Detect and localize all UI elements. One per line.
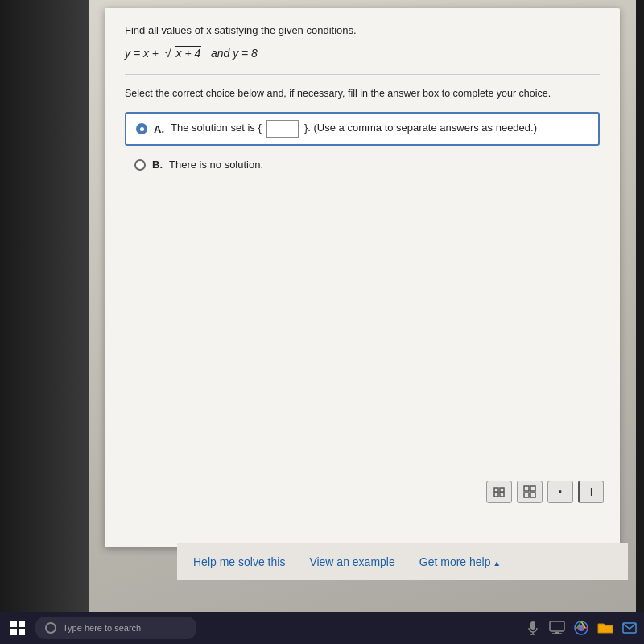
browser-icon[interactable]	[573, 620, 589, 636]
select-instruction: Select the correct choice below and, if …	[125, 88, 600, 99]
option-b-label: B.	[152, 159, 163, 171]
svg-rect-3	[500, 493, 504, 497]
action-bar: Help me solve this View an example Get m…	[177, 543, 628, 580]
taskbar-search-area[interactable]: Type here to search	[35, 617, 196, 639]
search-circle-icon	[45, 622, 56, 634]
option-a-container[interactable]: A. The solution set is { }. (Use a comma…	[125, 112, 600, 146]
answer-input-box[interactable]	[266, 120, 299, 138]
option-b-container[interactable]: B. There is no solution.	[125, 154, 600, 175]
folder-icon[interactable]	[597, 620, 613, 636]
svg-rect-8	[530, 621, 535, 630]
paper-content: Find all values of x satisfying the give…	[105, 8, 620, 547]
sqrt-expression: x + 4	[162, 46, 201, 60]
mail-icon[interactable]	[621, 620, 638, 636]
radio-a-selected[interactable]	[136, 123, 147, 134]
option-b-text: There is no solution.	[169, 159, 263, 171]
search-placeholder-text: Type here to search	[63, 623, 141, 633]
option-a-text: The solution set is { }. (Use a comma to…	[171, 120, 537, 138]
option-a-label: A.	[154, 123, 164, 135]
bg-right	[636, 0, 644, 644]
bg-left	[0, 0, 89, 644]
divider	[125, 74, 600, 75]
help-solve-link[interactable]: Help me solve this	[193, 555, 285, 568]
get-more-help-link[interactable]: Get more help	[419, 555, 501, 568]
toolbar-btn-2[interactable]	[517, 481, 543, 503]
svg-rect-2	[494, 493, 498, 497]
svg-rect-17	[623, 623, 636, 633]
toolbar-btn-4[interactable]: I	[578, 481, 604, 503]
mic-icon[interactable]	[525, 620, 541, 636]
radio-b-unselected[interactable]	[134, 159, 146, 171]
math-toolbar: · I	[486, 481, 604, 503]
svg-rect-5	[530, 486, 535, 491]
svg-rect-6	[524, 493, 529, 497]
view-example-link[interactable]: View an example	[309, 555, 394, 568]
toolbar-btn-1[interactable]	[486, 481, 512, 503]
screen-area: Find all values of x satisfying the give…	[89, 0, 636, 644]
windows-taskbar: Type here to search	[0, 612, 644, 644]
taskbar-system-icons	[525, 620, 638, 636]
sqrt-content: x + 4	[175, 46, 202, 60]
svg-rect-11	[550, 621, 564, 631]
svg-rect-1	[500, 488, 504, 492]
svg-rect-7	[530, 493, 535, 497]
toolbar-btn-3[interactable]: ·	[547, 481, 573, 503]
monitor-icon[interactable]	[549, 620, 565, 636]
start-button[interactable]	[6, 617, 29, 639]
svg-rect-0	[494, 488, 498, 492]
svg-rect-4	[524, 486, 529, 491]
problem-instruction: Find all values of x satisfying the give…	[125, 24, 600, 36]
equation-display: y = x + x + 4 and y = 8	[125, 46, 600, 60]
windows-logo-icon	[10, 621, 25, 635]
